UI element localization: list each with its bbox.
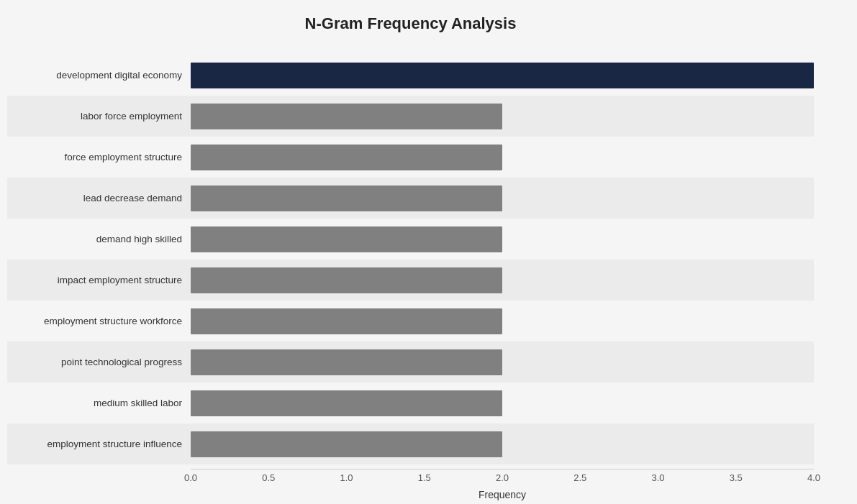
bar-row: labor force employment: [7, 96, 814, 137]
bar-fill: [191, 226, 502, 252]
bar-label: labor force employment: [7, 111, 191, 122]
bar-label: impact employment structure: [7, 275, 191, 285]
bar-track: [191, 178, 814, 219]
bar-row: development digital economy: [7, 55, 814, 96]
chart-title: N-Gram Frequency Analysis: [7, 14, 814, 33]
bar-track: [191, 219, 814, 260]
x-axis-ticks: 0.00.51.01.52.02.53.03.54.0: [191, 469, 814, 483]
bar-fill: [191, 390, 502, 416]
bar-fill: [191, 349, 502, 375]
x-axis: 0.00.51.01.52.02.53.03.54.0: [191, 469, 814, 483]
bar-fill: [191, 431, 502, 457]
bar-fill: [191, 63, 814, 88]
bar-row: point technological progress: [7, 342, 814, 382]
bar-fill: [191, 308, 502, 334]
bar-track: [191, 342, 814, 382]
x-axis-label: Frequency: [191, 489, 814, 500]
bar-label: medium skilled labor: [7, 398, 191, 408]
chart-inner: development digital economylabor force e…: [7, 55, 814, 500]
bar-row: lead decrease demand: [7, 178, 814, 219]
bar-row: impact employment structure: [7, 260, 814, 301]
bar-label: development digital economy: [7, 70, 191, 81]
bar-track: [191, 55, 814, 96]
bar-label: demand high skilled: [7, 234, 191, 244]
bar-label: employment structure influence: [7, 439, 191, 449]
bar-track: [191, 423, 814, 464]
bar-track: [191, 96, 814, 137]
bar-label: point technological progress: [7, 357, 191, 367]
bar-row: demand high skilled: [7, 219, 814, 260]
bar-track: [191, 301, 814, 342]
bar-fill: [191, 145, 502, 170]
bar-row: employment structure workforce: [7, 301, 814, 342]
bar-row: force employment structure: [7, 137, 814, 178]
bar-row: medium skilled labor: [7, 382, 814, 423]
bar-fill: [191, 267, 502, 293]
bar-label: force employment structure: [7, 152, 191, 162]
bar-track: [191, 137, 814, 178]
chart-area: development digital economylabor force e…: [7, 55, 814, 464]
bar-fill: [191, 104, 502, 129]
bar-label: lead decrease demand: [7, 193, 191, 203]
chart-container: N-Gram Frequency Analysis development di…: [0, 0, 857, 504]
bar-row: employment structure influence: [7, 423, 814, 464]
bar-label: employment structure workforce: [7, 316, 191, 326]
bar-fill: [191, 185, 502, 211]
bar-track: [191, 260, 814, 301]
bar-track: [191, 382, 814, 423]
